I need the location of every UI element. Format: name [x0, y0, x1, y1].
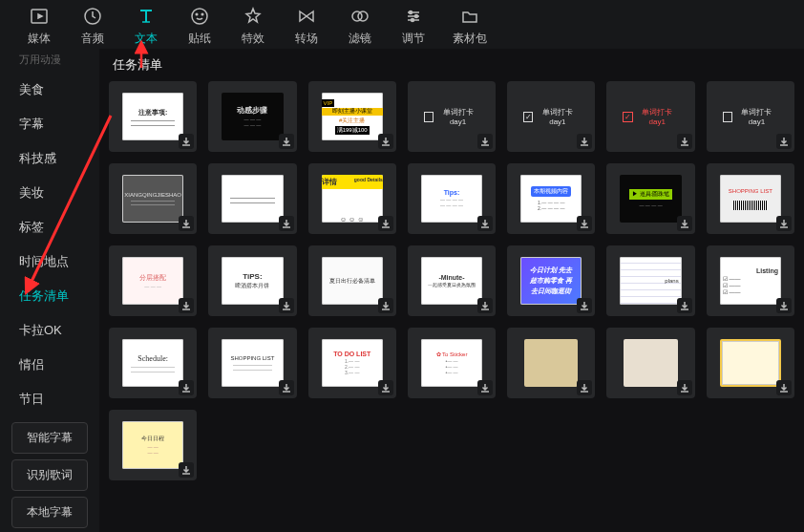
template-card[interactable]: ▶ 道具:圆珠笔— — — —	[606, 163, 694, 234]
topnav-adjust[interactable]: 调节	[399, 6, 428, 47]
download-icon[interactable]	[378, 134, 393, 149]
section-title: 任务清单	[113, 56, 794, 74]
text-icon	[136, 6, 157, 27]
template-card[interactable]: 注意事项:	[109, 81, 197, 152]
topnav-filter[interactable]: 滤镜	[346, 6, 374, 47]
download-icon[interactable]	[179, 216, 194, 231]
download-icon[interactable]	[279, 380, 294, 395]
sidebar-item-timeplace[interactable]: 时间地点	[0, 245, 99, 279]
template-card[interactable]: Listing☑ —— ☑ —— ☑ ——	[707, 245, 794, 316]
folder-icon	[459, 6, 480, 27]
sidebar-item-couple[interactable]: 情侣	[0, 348, 99, 382]
sidebar-item-truncated[interactable]: 万用动漫	[0, 53, 99, 73]
main-panel: 任务清单 注意事项:动感步骤— — —— — —VIP即刻主播小课堂#关注主播满…	[99, 49, 804, 532]
template-card[interactable]: 动感步骤— — —— — —	[208, 81, 296, 152]
topnav-text[interactable]: 文本	[132, 6, 160, 47]
template-card[interactable]: 今日日程— —— —	[109, 410, 197, 480]
sidebar-item-subtitle[interactable]: 字幕	[0, 107, 99, 141]
topnav-transition[interactable]: 转场	[292, 6, 321, 47]
download-icon[interactable]	[179, 298, 194, 313]
template-card[interactable]: 单词打卡day1	[707, 81, 794, 152]
template-card[interactable]	[606, 328, 694, 398]
download-icon[interactable]	[677, 134, 692, 149]
sidebar-item-tasklist[interactable]: 任务清单	[0, 279, 99, 313]
template-card[interactable]: 今日计划 先去超市购零食 再去日间咖逛街	[507, 245, 595, 316]
download-icon[interactable]	[776, 216, 792, 231]
sidebar-item-food[interactable]: 美食	[0, 73, 99, 107]
topnav-label: 贴纸	[188, 31, 211, 47]
download-icon[interactable]	[477, 380, 493, 395]
template-card[interactable]	[507, 328, 595, 398]
topnav-audio[interactable]: 音频	[78, 6, 107, 47]
download-icon[interactable]	[477, 134, 493, 149]
bowtie-icon	[296, 6, 317, 27]
smile-icon	[189, 6, 210, 27]
topnav-sticker[interactable]: 贴纸	[185, 6, 214, 47]
topnav-effect[interactable]: 特效	[239, 6, 267, 47]
template-card[interactable]: SHOPPING LIST	[208, 328, 296, 398]
download-icon[interactable]	[279, 298, 294, 313]
template-card[interactable]	[707, 328, 794, 398]
circles-icon	[349, 6, 370, 27]
star-icon	[243, 6, 264, 27]
download-icon[interactable]	[577, 134, 592, 149]
download-icon[interactable]	[776, 380, 792, 395]
download-icon[interactable]	[677, 380, 692, 395]
download-icon[interactable]	[577, 380, 592, 395]
template-card[interactable]: ✿ To Sticker•— —•— —•— —	[408, 328, 496, 398]
template-card[interactable]: ✓单词打卡day1	[507, 81, 595, 152]
sidebar-item-festival[interactable]: 节日	[0, 382, 99, 416]
template-card[interactable]: 分层搭配— — —	[109, 245, 197, 316]
download-icon[interactable]	[677, 216, 692, 231]
template-card[interactable]: 详情good Details☺ ☺ ☺	[308, 163, 396, 234]
sliders-icon	[403, 6, 424, 27]
download-icon[interactable]	[378, 216, 393, 231]
sidebar-button-local-sub[interactable]: 本地字幕	[11, 497, 88, 528]
download-icon[interactable]	[279, 134, 294, 149]
template-card[interactable]: plans	[606, 245, 694, 316]
download-icon[interactable]	[179, 462, 194, 478]
template-card[interactable]: 夏日出行必备清单	[308, 245, 396, 316]
topnav-label: 文本	[135, 31, 158, 47]
topnav-pack[interactable]: 素材包	[453, 6, 487, 47]
download-icon[interactable]	[477, 298, 493, 313]
download-icon[interactable]	[776, 134, 792, 149]
template-card[interactable]: ✓单词打卡day1	[606, 81, 694, 152]
top-toolbar: 媒体音频文本贴纸特效转场滤镜调节素材包	[0, 0, 804, 49]
download-icon[interactable]	[677, 298, 692, 313]
download-icon[interactable]	[179, 134, 194, 149]
template-card[interactable]: 单词打卡day1	[408, 81, 496, 152]
template-card[interactable]: TiPS:啤酒搭本月饼	[208, 245, 296, 316]
template-card[interactable]: SHOPPING LIST	[707, 163, 794, 234]
topnav-label: 转场	[295, 31, 318, 47]
download-icon[interactable]	[378, 298, 393, 313]
download-icon[interactable]	[577, 298, 592, 313]
template-card[interactable]: TO DO LIST1.— —2.— —3.— —	[308, 328, 396, 398]
svg-point-2	[192, 9, 207, 24]
sidebar-button-smart-sub[interactable]: 智能字幕	[11, 422, 88, 454]
sidebar-item-tag[interactable]: 标签	[0, 210, 99, 245]
download-icon[interactable]	[279, 216, 294, 231]
template-card[interactable]: VIP即刻主播小课堂#关注主播满199减100	[308, 81, 396, 152]
template-card[interactable]: -Minute-一起感受夏日炎热氛围	[408, 245, 496, 316]
svg-point-4	[201, 13, 203, 15]
template-card[interactable]: XIANGQINGJIESHAO	[109, 163, 197, 234]
sidebar: 万用动漫 美食字幕科技感美妆标签时间地点任务清单卡拉OK情侣节日 智能字幕识别歌…	[0, 49, 99, 532]
download-icon[interactable]	[776, 298, 792, 313]
template-card[interactable]	[208, 163, 296, 234]
topnav-label: 滤镜	[349, 31, 371, 47]
download-icon[interactable]	[477, 216, 493, 231]
download-icon[interactable]	[577, 216, 592, 231]
sidebar-item-karaoke[interactable]: 卡拉OK	[0, 313, 99, 348]
sidebar-item-beauty[interactable]: 美妆	[0, 176, 99, 210]
topnav-media[interactable]: 媒体	[25, 6, 53, 47]
template-card[interactable]: Tips:— — — —— — — —	[408, 163, 496, 234]
template-card[interactable]: Schedule:	[109, 328, 197, 398]
download-icon[interactable]	[378, 380, 393, 395]
svg-point-3	[196, 13, 198, 15]
template-card[interactable]: 本期视频内容1.— — — —2.— — — —	[507, 163, 595, 234]
body: 万用动漫 美食字幕科技感美妆标签时间地点任务清单卡拉OK情侣节日 智能字幕识别歌…	[0, 49, 804, 532]
sidebar-button-lyrics[interactable]: 识别歌词	[11, 459, 88, 491]
sidebar-item-tech[interactable]: 科技感	[0, 141, 99, 176]
download-icon[interactable]	[179, 380, 194, 395]
